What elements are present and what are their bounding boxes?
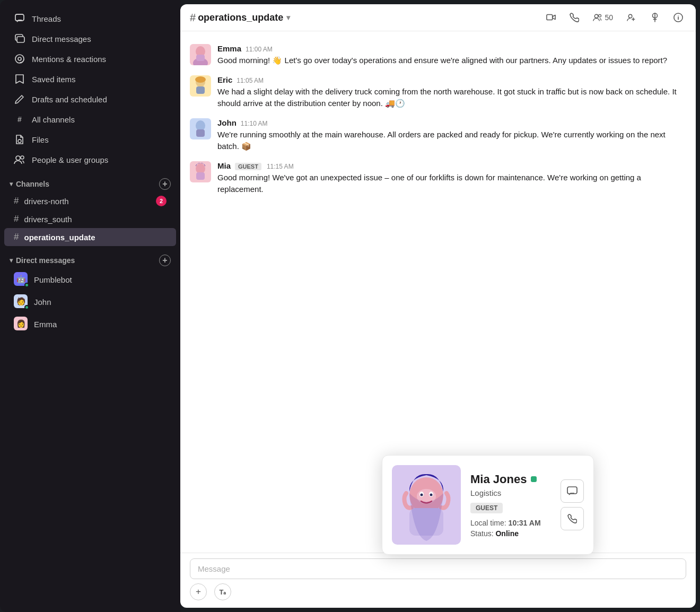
send-message-button[interactable]: [561, 479, 584, 503]
profile-guest-badge: GUEST: [470, 503, 503, 513]
john-time: 11:10 AM: [241, 120, 268, 127]
chat-header: # operations_update ▾: [180, 4, 696, 31]
dm-icon: [14, 33, 25, 45]
channels-section-header: ▾ Channels +: [0, 173, 180, 192]
add-member-button[interactable]: [624, 11, 640, 24]
mia-profile-figure: [395, 468, 458, 542]
eric-avatar-figure: [191, 75, 210, 97]
profile-local-time: Local time: 10:31 AM: [470, 519, 551, 527]
sidebar-nav-files[interactable]: Files: [4, 129, 176, 150]
channel-item-operations-update[interactable]: # operations_update: [4, 228, 176, 246]
input-toolbar: + Tₐ: [190, 583, 686, 600]
john-message-header: John 11:10 AM: [217, 118, 686, 127]
svg-rect-24: [196, 172, 205, 180]
threads-label: Threads: [32, 14, 61, 23]
svg-point-14: [678, 15, 678, 16]
mia-message-header: Mia GUEST 11:15 AM: [217, 161, 686, 170]
table-row: Mia GUEST 11:15 AM Good morning! We've g…: [190, 157, 686, 200]
emma-text: Good morning! 👋 Let's go over today's op…: [217, 55, 686, 67]
drafts-icon: [14, 93, 25, 105]
channel-name-header: operations_update: [198, 12, 283, 23]
dm-item-john[interactable]: 🧑 John: [4, 291, 176, 313]
info-button[interactable]: [670, 11, 686, 24]
dm-label: Direct messages: [32, 34, 91, 43]
sidebar-nav-direct-messages[interactable]: Direct messages: [4, 29, 176, 49]
threads-icon: [14, 13, 25, 24]
profile-popup-name: Mia Jones: [470, 473, 551, 486]
john-avatar-group: 🧑: [14, 294, 29, 309]
mentions-icon: [14, 53, 25, 65]
message-input-area: Message + Tₐ: [180, 553, 696, 608]
emma-avatar-figure: [191, 44, 210, 65]
pumblebot-name: Pumblebot: [34, 275, 72, 284]
channel-name-operations-update: operations_update: [24, 233, 95, 242]
members-count-button[interactable]: 50: [590, 11, 616, 24]
channel-title[interactable]: # operations_update ▾: [190, 12, 290, 24]
sidebar-nav-mentions[interactable]: Mentions & reactions: [4, 49, 176, 69]
mia-message-avatar: [190, 161, 211, 182]
channel-chevron-icon: ▾: [286, 13, 290, 22]
saved-label: Saved items: [32, 75, 76, 84]
table-row: Eric 11:05 AM We had a slight delay with…: [190, 71, 686, 114]
phone-call-button[interactable]: [566, 11, 582, 24]
channel-item-drivers-north[interactable]: # drivers-north 2: [4, 192, 176, 210]
john-message-body: John 11:10 AM We're running smoothly at …: [217, 118, 686, 153]
channel-hash: #: [190, 12, 196, 24]
dm-item-pumblebot[interactable]: 🤖 Pumblebot: [4, 268, 176, 291]
video-icon: [546, 13, 556, 22]
john-message-avatar: [190, 118, 211, 139]
channels-section-label: Channels: [16, 180, 49, 188]
all-channels-label: All channels: [32, 115, 75, 124]
svg-rect-22: [196, 129, 205, 137]
dm-section-header: ▾ Direct messages +: [0, 249, 180, 268]
call-button[interactable]: [561, 507, 584, 530]
sidebar-nav-people[interactable]: People & user groups: [4, 150, 176, 170]
emma-message-header: Emma 11:00 AM: [217, 44, 686, 53]
local-time-label: Local time:: [470, 519, 506, 527]
sidebar-nav-drafts[interactable]: Drafts and scheduled: [4, 89, 176, 109]
add-attachment-button[interactable]: +: [190, 583, 207, 600]
dm-item-emma[interactable]: 👩 Emma: [4, 313, 176, 335]
eric-time: 11:05 AM: [237, 77, 264, 84]
mia-time: 11:15 AM: [267, 163, 294, 170]
channel-item-drivers-south[interactable]: # drivers_south: [4, 210, 176, 228]
text-format-button[interactable]: Tₐ: [214, 583, 231, 600]
pin-icon: [650, 13, 660, 22]
svg-point-31: [430, 494, 433, 496]
john-text: We're running smoothly at the main wareh…: [217, 129, 686, 153]
svg-rect-19: [195, 76, 206, 83]
emma-avatar-group: 👩: [14, 317, 29, 331]
dm-collapse-btn[interactable]: ▾ Direct messages: [10, 256, 75, 265]
members-count-label: 50: [605, 13, 613, 22]
sidebar-nav-saved[interactable]: Saved items: [4, 69, 176, 89]
profile-actions: [561, 479, 584, 530]
main-chat: # operations_update ▾: [180, 4, 696, 608]
channels-collapse-btn[interactable]: ▾ Channels: [10, 180, 49, 188]
john-online-dot: [24, 305, 29, 310]
add-dm-button[interactable]: +: [159, 255, 171, 266]
people-label: People & user groups: [32, 155, 108, 164]
add-member-icon: [627, 13, 636, 22]
svg-point-30: [421, 494, 423, 496]
video-call-button[interactable]: [543, 11, 559, 24]
call-icon: [567, 514, 577, 523]
local-time-value: 10:31 AM: [509, 519, 541, 527]
emma-author: Emma: [217, 44, 241, 53]
hash-icon: #: [14, 214, 19, 224]
hash-icon: #: [14, 232, 19, 242]
status-value: Online: [495, 529, 519, 538]
eric-message-header: Eric 11:05 AM: [217, 75, 686, 84]
files-icon: [14, 134, 25, 145]
add-channel-button[interactable]: +: [159, 178, 171, 190]
saved-icon: [14, 73, 25, 85]
mia-text: Good morning! We've got an unexpected is…: [217, 172, 686, 196]
svg-point-11: [628, 14, 632, 18]
sidebar-nav-threads[interactable]: Threads: [4, 8, 176, 29]
dm-section-label: Direct messages: [16, 256, 75, 265]
pin-button[interactable]: [647, 11, 663, 24]
sidebar-nav-channels[interactable]: # All channels: [4, 109, 176, 129]
pumblebot-online-dot: [24, 283, 29, 287]
channel-name-drivers-south: drivers_south: [24, 215, 72, 224]
john-dm-name: John: [34, 298, 51, 307]
svg-rect-2: [17, 37, 24, 42]
